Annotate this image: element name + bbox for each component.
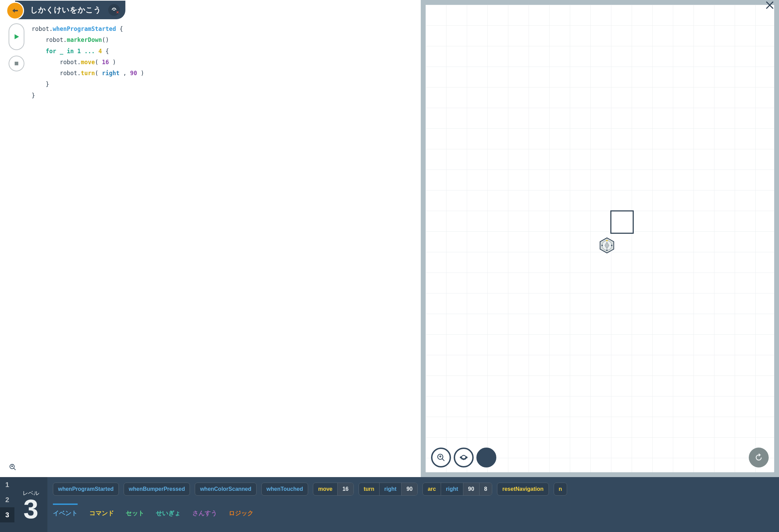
svg-point-3 (606, 240, 608, 241)
close-button[interactable] (765, 0, 776, 14)
palette-block-0[interactable]: whenProgramStarted (53, 483, 119, 496)
stage-speed-button[interactable] (454, 448, 474, 467)
refresh-icon (754, 452, 764, 463)
level-tab-2[interactable]: 2 (0, 492, 14, 507)
category-tab-2[interactable]: セット (126, 505, 144, 517)
category-tab-0[interactable]: イベント (53, 505, 78, 517)
stop-button[interactable] (9, 56, 24, 71)
circle-icon (481, 452, 492, 463)
error-x-icon: × (116, 10, 119, 15)
palette-block-7[interactable]: resetNavigation (497, 483, 549, 496)
header: しかくけいをかこう × (0, 0, 421, 20)
turtle-icon (459, 452, 469, 463)
block-palette: whenProgramStartedwhenBumperPressedwhenC… (47, 477, 779, 532)
palette-block-6[interactable]: arcright908 (422, 483, 492, 496)
svg-point-7 (482, 453, 490, 462)
run-controls (6, 23, 27, 477)
palette-block-4[interactable]: move16 (313, 483, 354, 496)
code-zoom-button[interactable] (9, 463, 16, 472)
category-tab-5[interactable]: ロジック (229, 505, 253, 517)
run-button[interactable] (9, 23, 24, 50)
palette-block-2[interactable]: whenColorScanned (195, 483, 256, 496)
stage-pen-color-button[interactable] (476, 448, 496, 467)
stage (426, 5, 774, 472)
back-button[interactable] (6, 2, 24, 20)
level-tab-3[interactable]: 3 (0, 507, 14, 522)
zoom-in-icon (437, 453, 445, 462)
close-icon (765, 0, 776, 11)
bottom-panel: 123 レベル 3 whenProgramStartedwhenBumperPr… (0, 477, 779, 532)
code-editor[interactable]: robot.whenProgramStarted { robot.markerD… (27, 23, 421, 477)
lesson-title-bar: しかくけいをかこう × (15, 1, 125, 19)
svg-point-6 (611, 245, 612, 246)
palette-block-3[interactable]: whenTouched (261, 483, 308, 496)
palette-block-1[interactable]: whenBumperPressed (124, 483, 190, 496)
category-tab-1[interactable]: コマンド (89, 505, 114, 517)
category-tab-4[interactable]: さんすう (192, 505, 217, 517)
stage-zoom-button[interactable] (431, 448, 451, 467)
stop-icon (13, 60, 20, 67)
level-tab-1[interactable]: 1 (0, 477, 14, 492)
zoom-in-icon (9, 463, 16, 471)
category-tab-3[interactable]: せいぎょ (156, 505, 181, 517)
status-badge[interactable]: × (108, 4, 120, 16)
drawn-square (610, 210, 634, 234)
palette-block-5[interactable]: turnright90 (359, 483, 418, 496)
stage-reset-button[interactable] (749, 448, 769, 467)
level-number: 3 (23, 497, 38, 521)
level-tabs: 123 (0, 477, 14, 532)
svg-point-5 (601, 245, 603, 246)
category-tabs: イベントコマンドセットせいぎょさんすうロジック (53, 499, 774, 517)
svg-point-4 (606, 250, 608, 251)
svg-rect-0 (15, 62, 19, 66)
palette-block-8[interactable]: n (554, 483, 567, 496)
level-indicator: レベル 3 (14, 477, 47, 532)
blocks-row: whenProgramStartedwhenBumperPressedwhenC… (53, 483, 774, 499)
play-icon (13, 33, 20, 41)
lesson-title: しかくけいをかこう (30, 5, 101, 15)
robot-sprite (599, 237, 615, 254)
arrow-left-icon (11, 7, 19, 15)
